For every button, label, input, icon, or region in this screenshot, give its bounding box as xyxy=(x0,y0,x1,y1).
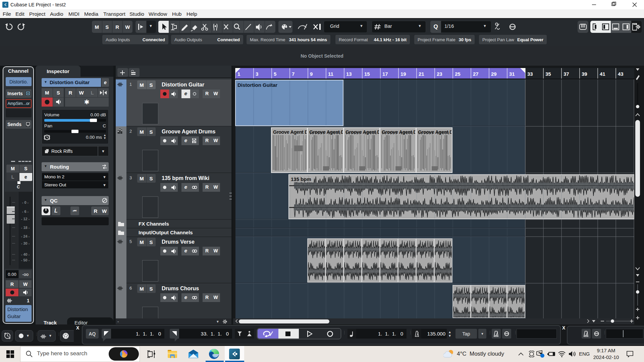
svg-text:23: 23 xyxy=(437,71,442,77)
svg-text:3: 3 xyxy=(256,71,258,77)
svg-text:43: 43 xyxy=(618,71,624,77)
svg-text:9: 9 xyxy=(310,71,313,77)
svg-text:Distortion Guitar: Distortion Guitar xyxy=(237,82,277,88)
svg-text:5: 5 xyxy=(274,71,276,77)
svg-text:29: 29 xyxy=(491,71,497,77)
svg-text:35: 35 xyxy=(545,71,551,77)
svg-text:7: 7 xyxy=(292,71,294,77)
svg-text:41: 41 xyxy=(600,71,605,77)
svg-text:15: 15 xyxy=(364,71,370,77)
svg-text:Groove Agent D: Groove Agent D xyxy=(273,129,308,135)
svg-text:37: 37 xyxy=(564,71,569,77)
svg-text:21: 21 xyxy=(419,71,424,77)
svg-text:Groove Agent D: Groove Agent D xyxy=(418,129,453,135)
svg-text:1: 1 xyxy=(237,71,240,77)
svg-text:11: 11 xyxy=(328,71,333,77)
svg-text:33: 33 xyxy=(527,71,533,77)
svg-text:Groove Agent D: Groove Agent D xyxy=(382,129,417,135)
svg-text:27: 27 xyxy=(473,71,479,77)
svg-text:31: 31 xyxy=(509,71,515,77)
svg-text:25: 25 xyxy=(455,71,461,77)
svg-text:Groove Agent D: Groove Agent D xyxy=(345,129,380,135)
svg-text:17: 17 xyxy=(382,71,388,77)
svg-text:Groove Agent D: Groove Agent D xyxy=(309,129,344,135)
svg-text:39: 39 xyxy=(582,71,587,77)
svg-text:19: 19 xyxy=(400,71,406,77)
svg-text:13: 13 xyxy=(346,71,352,77)
svg-text:135 bpm: 135 bpm xyxy=(291,176,311,182)
